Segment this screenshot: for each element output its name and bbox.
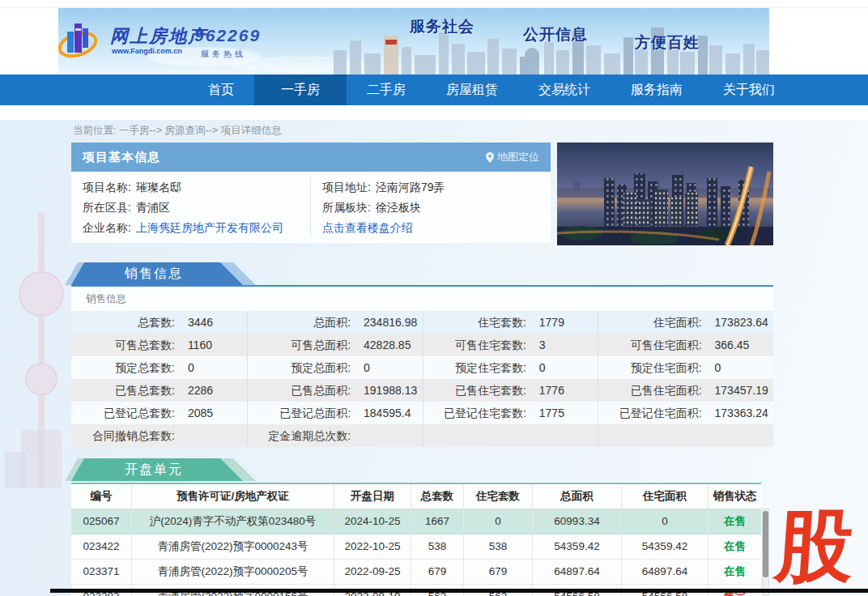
sales-field-value: 234816.98 — [351, 311, 417, 334]
sales-panel: 销售信息 总套数:3446总面积:234816.98住宅套数:1779住宅面积:… — [71, 285, 773, 447]
units-cell: 60993.34 — [533, 509, 622, 534]
project-info-col-right: 项目地址:泾南河路79弄 所属板块:徐泾板块 点击查看楼盘介绍 — [311, 177, 551, 237]
address-label: 项目地址: — [322, 181, 371, 194]
map-locate-link[interactable]: 地图定位 — [486, 150, 539, 164]
units-header-cell: 住宅面积 — [622, 484, 708, 509]
sales-sublabel: 销售信息 — [71, 287, 773, 311]
sales-cell: 已售总面积:191988.13 — [247, 379, 423, 402]
sales-cell — [423, 424, 598, 447]
sales-field-label: 预定住宅面积: — [598, 356, 701, 379]
sales-field-value: 173457.19 — [702, 379, 768, 402]
units-section-tab[interactable]: 开盘单元 — [71, 458, 243, 481]
sales-cell: 总套数:3446 — [71, 311, 247, 334]
units-header-cell: 销售状态 — [708, 484, 761, 509]
sales-cell: 可售住宅套数:3 — [423, 334, 598, 356]
sales-cell — [598, 424, 773, 447]
site-logo: 网上房地产 www.Fangdi.com.cn 962269 服务热线 — [58, 8, 326, 74]
units-cell: 679 — [411, 560, 464, 584]
sales-field-value: 42828.85 — [351, 334, 411, 356]
sales-cell: 可售住宅面积:366.45 — [598, 334, 773, 356]
sales-field-value: 191988.13 — [351, 379, 417, 402]
units-scrollbar-track[interactable] — [762, 509, 769, 596]
units-header-cell: 总面积 — [533, 484, 622, 509]
sales-field-label: 预定总面积: — [248, 356, 351, 379]
sales-field-value: 3446 — [175, 311, 213, 334]
hotline-number: 962269 — [194, 26, 261, 45]
sales-row: 合同撤销总套数:定金逾期总次数: — [71, 424, 773, 447]
project-info-title: 项目基本信息 — [83, 150, 160, 165]
sales-row: 可售总套数:1160可售总面积:42828.85可售住宅套数:3可售住宅面积:3… — [71, 334, 773, 356]
map-locate-label: 地图定位 — [497, 150, 539, 164]
sales-field-value — [526, 424, 539, 447]
nav-item-home[interactable]: 首页 — [188, 74, 254, 105]
nav-item-new-house[interactable]: 一手房 — [254, 74, 347, 105]
sales-field-label: 可售住宅套数: — [423, 334, 526, 356]
company-link[interactable]: 上海隽廷房地产开发有限公司 — [136, 221, 283, 234]
red-watermark-glyph: 股 — [773, 507, 857, 585]
sales-field-value: 0 — [175, 356, 194, 379]
sales-field-label: 已登记住宅面积: — [598, 402, 701, 424]
units-header-cell: 住宅套数 — [464, 484, 533, 509]
sales-cell: 已售住宅套数:1776 — [423, 379, 598, 402]
nav-item-about[interactable]: 关于我们 — [703, 74, 795, 105]
sales-field-label: 已售住宅套数: — [423, 379, 526, 402]
sales-cell: 可售总套数:1160 — [71, 334, 247, 356]
banner-slogan-1: 服务社会 — [410, 16, 474, 37]
sales-field-label: 可售总面积: — [248, 334, 351, 356]
sales-field-value: 0 — [351, 356, 370, 379]
sales-cell: 已售总套数:2286 — [71, 379, 247, 402]
project-info-header: 项目基本信息 地图定位 — [71, 143, 551, 172]
block-value: 徐泾板块 — [376, 201, 421, 214]
sales-field-label — [598, 424, 701, 447]
breadcrumb: 当前位置: 一手房--> 房源查询--> 项目详细信息 — [73, 124, 282, 138]
units-cell: 2022-10-25 — [334, 534, 411, 559]
bottom-black-bar — [50, 589, 868, 593]
units-status-badge: 在售 — [708, 509, 761, 534]
units-cell: 023371 — [71, 560, 132, 584]
sales-cell: 合同撤销总套数: — [71, 424, 247, 447]
units-cell: 538 — [411, 534, 464, 559]
units-cell: 沪(2024)青字不动产权第023480号 — [132, 509, 334, 534]
units-cell: 54359.42 — [622, 534, 708, 559]
nav-item-guide[interactable]: 服务指南 — [611, 74, 703, 105]
nav-item-statistics[interactable]: 交易统计 — [518, 74, 611, 105]
site-name: 网上房地产 — [110, 24, 207, 49]
project-name-label: 项目名称: — [83, 181, 131, 194]
units-row[interactable]: 023371青浦房管(2022)预字0000205号2022-09-256796… — [71, 560, 761, 585]
intro-link[interactable]: 点击查看楼盘介绍 — [322, 221, 413, 234]
sales-field-label: 可售住宅面积: — [598, 334, 701, 356]
units-header-cell: 开盘日期 — [334, 484, 411, 509]
sales-field-value — [702, 424, 715, 447]
units-row[interactable]: 023422青浦房管(2022)预字0000243号2022-10-255385… — [71, 534, 761, 560]
sales-row: 已登记总套数:2085已登记总面积:184595.4已登记住宅套数:1775已登… — [71, 402, 773, 424]
sales-field-label: 已登记总套数: — [71, 402, 175, 424]
project-info-col-left: 项目名称:璀璨名邸 所在区县:青浦区 企业名称:上海隽廷房地产开发有限公司 — [71, 177, 311, 237]
sales-field-value: 366.45 — [702, 334, 750, 356]
company-label: 企业名称: — [83, 221, 131, 234]
nav-item-rental[interactable]: 房屋租赁 — [426, 74, 518, 105]
units-scrollbar-thumb[interactable] — [763, 511, 768, 577]
units-tab-label: 开盘单元 — [71, 458, 243, 481]
sales-field-value: 184595.4 — [351, 402, 411, 424]
sales-section-tab[interactable]: 销售信息 — [71, 262, 243, 285]
sales-field-label: 已售总套数: — [71, 379, 175, 402]
project-info-panel: 项目基本信息 地图定位 项目名称:璀璨名邸 所在区县:青浦区 企业名称:上海隽廷… — [71, 143, 551, 243]
sales-field-value — [175, 424, 188, 447]
units-header-cell: 预售许可证/房地产权证 — [132, 484, 334, 509]
nav-item-second-hand[interactable]: 二手房 — [347, 74, 426, 105]
units-row[interactable]: 025067沪(2024)青字不动产权第023480号2024-10-25166… — [71, 509, 761, 534]
sales-field-label: 合同撤销总套数: — [71, 424, 175, 447]
sales-field-label: 已售住宅面积: — [598, 379, 701, 402]
sales-cell: 预定住宅套数:0 — [423, 356, 598, 379]
units-header-cell: 编号 — [71, 484, 132, 509]
units-header-cell: 总套数 — [411, 484, 464, 509]
units-cell: 0 — [622, 509, 708, 534]
sales-cell: 预定总套数:0 — [71, 356, 247, 379]
sales-field-value: 1776 — [526, 379, 564, 402]
sales-cell: 已登记总面积:184595.4 — [247, 402, 423, 424]
sales-table: 总套数:3446总面积:234816.98住宅套数:1779住宅面积:17382… — [71, 311, 773, 447]
units-cell: 679 — [464, 560, 533, 584]
sales-field-value: 2085 — [175, 402, 213, 424]
map-pin-icon — [486, 152, 494, 163]
main-nav: 首页一手房二手房房屋租赁交易统计服务指南关于我们 — [0, 74, 868, 105]
